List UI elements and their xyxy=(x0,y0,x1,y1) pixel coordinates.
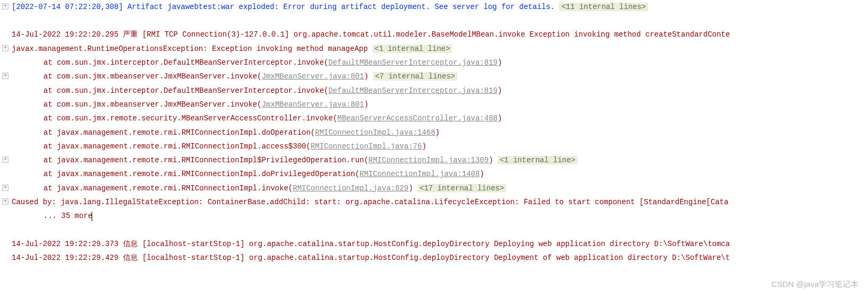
source-link[interactable]: RMIConnectionImpl.java:829 xyxy=(293,184,408,193)
fold-indicator[interactable]: <11 internal lines> xyxy=(559,3,648,11)
blank-line xyxy=(1,14,868,28)
source-link[interactable]: DefaultMBeanServerInterceptor.java:819 xyxy=(329,86,498,95)
log-line-info-deployment: 14-Jul-2022 19:22:29.429 信息 [localhost-s… xyxy=(1,251,868,265)
frame-prefix: at javax.management.remote.rmi.RMIConnec… xyxy=(43,142,311,151)
expand-icon[interactable] xyxy=(2,185,8,191)
frame-prefix: at javax.management.remote.rmi.RMIConnec… xyxy=(43,170,360,178)
stack-frame: at com.sun.jmx.mbeanserver.JmxMBeanServe… xyxy=(1,98,868,111)
frame-close: ) xyxy=(498,86,502,95)
source-link[interactable]: RMIConnectionImpl.java:76 xyxy=(311,142,422,151)
frame-prefix: at javax.management.remote.rmi.RMIConnec… xyxy=(43,128,315,137)
frame-close: ) xyxy=(498,58,502,67)
source-link[interactable]: DefaultMBeanServerInterceptor.java:819 xyxy=(329,58,498,67)
log-line-caused-by: Caused by: java.lang.IllegalStateExcepti… xyxy=(1,195,868,209)
stack-frame: at javax.management.remote.rmi.RMIConnec… xyxy=(1,139,868,153)
frame-close: ) xyxy=(409,184,418,193)
stack-frame: at com.sun.jmx.remote.security.MBeanServ… xyxy=(1,111,868,125)
source-link[interactable]: JmxMBeanServer.java:801 xyxy=(262,72,364,81)
source-link[interactable]: JmxMBeanServer.java:801 xyxy=(262,100,364,109)
frame-close: ) xyxy=(435,128,439,137)
log-text: 14-Jul-2022 19:22:29.373 信息 [localhost-s… xyxy=(12,240,730,248)
log-line-exception: javax.management.RuntimeOperationsExcept… xyxy=(1,42,868,56)
source-link[interactable]: RMIConnectionImpl.java:1408 xyxy=(360,170,480,178)
fold-indicator[interactable]: <17 internal lines> xyxy=(418,184,507,193)
frame-close: ) xyxy=(480,170,484,178)
expand-icon[interactable] xyxy=(2,45,8,51)
expand-icon[interactable] xyxy=(2,198,8,205)
log-text: 14-Jul-2022 19:22:29.429 信息 [localhost-s… xyxy=(12,254,730,262)
log-text: javax.management.RuntimeOperationsExcept… xyxy=(12,45,373,53)
frame-prefix: at com.sun.jmx.interceptor.DefaultMBeanS… xyxy=(43,58,329,67)
log-text: Caused by: java.lang.IllegalStateExcepti… xyxy=(12,198,729,206)
stack-frame: at com.sun.jmx.mbeanserver.JmxMBeanServe… xyxy=(1,69,868,83)
stack-frame: at com.sun.jmx.interceptor.DefaultMBeanS… xyxy=(1,84,868,98)
frame-close: ) xyxy=(498,114,502,123)
source-link[interactable]: RMIConnectionImpl.java:1309 xyxy=(368,156,489,164)
frame-close: ) xyxy=(364,72,373,81)
fold-indicator[interactable]: <1 internal line> xyxy=(498,156,578,164)
frame-prefix: at com.sun.jmx.interceptor.DefaultMBeanS… xyxy=(43,86,329,95)
log-line-severe: 14-Jul-2022 19:22:20.295 严重 [RMI TCP Con… xyxy=(1,28,868,41)
frame-close: ) xyxy=(422,142,426,151)
blank-line xyxy=(1,223,868,237)
stack-frame: at javax.management.remote.rmi.RMIConnec… xyxy=(1,181,868,195)
fold-indicator[interactable]: <7 internal lines> xyxy=(373,72,457,81)
log-text: ... 35 more xyxy=(43,212,92,220)
frame-prefix: at com.sun.jmx.remote.security.MBeanServ… xyxy=(43,114,338,123)
frame-prefix: at com.sun.jmx.mbeanserver.JmxMBeanServe… xyxy=(43,100,262,109)
stack-frame: at com.sun.jmx.interceptor.DefaultMBeanS… xyxy=(1,56,868,69)
expand-icon[interactable] xyxy=(2,3,8,10)
frame-prefix: at javax.management.remote.rmi.RMIConnec… xyxy=(43,156,368,164)
text-caret xyxy=(92,212,92,221)
expand-icon[interactable] xyxy=(2,73,8,79)
expand-icon[interactable] xyxy=(2,156,8,163)
frame-prefix: at com.sun.jmx.mbeanserver.JmxMBeanServe… xyxy=(43,72,262,81)
stack-frame: at javax.management.remote.rmi.RMIConnec… xyxy=(1,153,868,167)
fold-indicator[interactable]: <1 internal line> xyxy=(373,45,453,53)
log-output: [2022-07-14 07:22:20,308] Artifact javaw… xyxy=(0,0,868,265)
source-link[interactable]: MBeanServerAccessController.java:468 xyxy=(338,114,498,123)
frame-close: ) xyxy=(364,100,368,109)
log-line-artifact-error: [2022-07-14 07:22:20,308] Artifact javaw… xyxy=(1,0,868,14)
log-line-more: ... 35 more xyxy=(1,209,868,223)
stack-frame: at javax.management.remote.rmi.RMIConnec… xyxy=(1,126,868,139)
source-link[interactable]: RMIConnectionImpl.java:1468 xyxy=(315,128,435,137)
stack-frame: at javax.management.remote.rmi.RMIConnec… xyxy=(1,167,868,181)
frame-close: ) xyxy=(489,156,498,164)
frame-prefix: at javax.management.remote.rmi.RMIConnec… xyxy=(43,184,293,193)
log-text: 14-Jul-2022 19:22:20.295 严重 [RMI TCP Con… xyxy=(12,30,730,39)
log-line-info-deploying: 14-Jul-2022 19:22:29.373 信息 [localhost-s… xyxy=(1,237,868,251)
log-timestamp: [2022-07-14 07:22:20,308] xyxy=(12,3,123,11)
log-message: Artifact javawebtest:war exploded: Error… xyxy=(123,3,559,11)
